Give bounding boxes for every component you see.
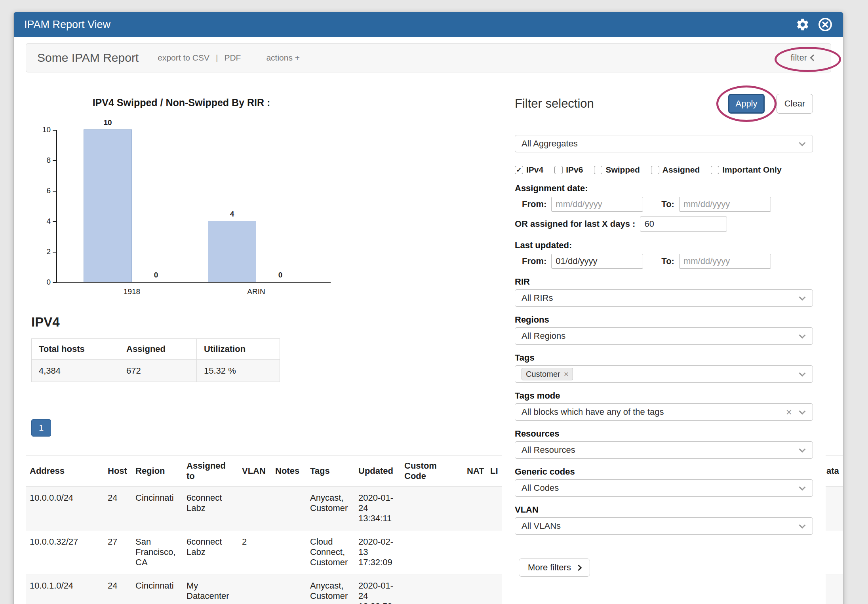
chevron-down-icon — [799, 140, 806, 146]
chevron-down-icon — [799, 484, 806, 491]
table-cell: Cloud Connect, Customer — [306, 530, 354, 574]
x-category-label: ARIN — [247, 287, 265, 296]
toolbar-separator: | — [216, 53, 218, 63]
apply-button[interactable]: Apply — [728, 94, 765, 114]
close-icon[interactable] — [818, 17, 833, 32]
filter-panel: Filter selection Apply Clear All Aggrega… — [502, 72, 826, 604]
summary-header: Total hosts — [32, 339, 119, 360]
table-cell: Anycast, Customer — [306, 574, 354, 604]
table-cell: 24 — [104, 574, 131, 604]
table-cell: 6connect Labz — [183, 486, 238, 530]
column-header: Region — [131, 456, 183, 486]
aggregates-select[interactable]: All Aggregates — [515, 135, 813, 152]
table-cell: 10.0.0.32/27 — [26, 530, 104, 574]
chevron-down-icon — [799, 294, 806, 301]
summary-header: Utilization — [197, 339, 280, 360]
chevron-down-icon — [799, 370, 806, 377]
tags-mode-select[interactable]: All blocks which have any of the tags × — [515, 403, 813, 421]
more-filters-button[interactable]: More filters — [519, 558, 590, 577]
table-cell: Cincinnati — [131, 574, 183, 604]
checkbox-unchecked-icon[interactable] — [651, 166, 659, 174]
checkbox-unchecked-icon[interactable] — [711, 166, 719, 174]
chevron-down-icon — [799, 522, 806, 529]
resources-label: Resources — [515, 429, 813, 439]
report-title: Some IPAM Report — [37, 51, 139, 65]
summary-value: 672 — [119, 360, 197, 382]
table-cell — [271, 574, 306, 604]
chevron-down-icon — [799, 332, 806, 339]
column-header: Notes — [271, 456, 306, 486]
rir-select[interactable]: All RIRs — [515, 289, 813, 307]
generic-codes-select[interactable]: All Codes — [515, 479, 813, 497]
updated-from-input[interactable] — [551, 254, 643, 269]
summary-value: 4,384 — [32, 360, 119, 382]
assignment-to-input[interactable] — [679, 197, 771, 212]
bar-value-label: 0 — [278, 271, 283, 279]
assignment-from-input[interactable] — [551, 197, 643, 212]
ipam-report-window: IPAM Report View Some IPAM Report export… — [13, 12, 843, 604]
rir-select-value: All RIRs — [522, 293, 553, 303]
assignment-date-label: Assignment date: — [515, 183, 813, 194]
checkbox-ipv6[interactable]: IPv6 — [554, 165, 583, 175]
checkbox-assigned[interactable]: Assigned — [651, 165, 700, 175]
bar-swipped-1918 — [84, 129, 132, 282]
clear-button[interactable]: Clear — [777, 94, 813, 114]
y-tick-label: 10 — [32, 125, 51, 134]
checkbox-label: Important Only — [722, 165, 781, 175]
summary-value: 15.32 % — [197, 360, 280, 382]
report-toolbar: Some IPAM Report export to CSV | PDF act… — [26, 43, 831, 72]
tags-mode-select-value: All blocks which have any of the tags — [522, 407, 664, 417]
updated-to-input[interactable] — [679, 254, 771, 269]
last-x-days-input[interactable] — [640, 217, 727, 232]
bar-value-label: 0 — [154, 271, 158, 279]
y-tick-label: 4 — [32, 217, 51, 226]
checkbox-unchecked-icon[interactable] — [594, 166, 602, 174]
updated-to-label: To: — [661, 256, 674, 266]
checkbox-unchecked-icon[interactable] — [554, 166, 563, 174]
checkbox-label: Swipped — [605, 165, 640, 175]
column-header: Assigned to — [183, 456, 238, 486]
resources-select[interactable]: All Resources — [515, 441, 813, 459]
regions-label: Regions — [515, 315, 813, 325]
clear-selection-icon[interactable]: × — [786, 406, 792, 418]
regions-select[interactable]: All Regions — [515, 327, 813, 345]
actions-menu[interactable]: actions + — [266, 53, 300, 63]
table-cell — [463, 486, 486, 530]
tags-label: Tags — [515, 353, 813, 363]
checkbox-label: IPv6 — [566, 165, 583, 175]
tag-chip-customer: Customer × — [522, 368, 573, 380]
checkbox-swipped[interactable]: Swipped — [594, 165, 640, 175]
rir-label: RIR — [515, 277, 813, 287]
x-category-label: 1918 — [124, 287, 140, 296]
table-cell: 6connect Labz — [183, 530, 238, 574]
export-pdf-link[interactable]: PDF — [224, 53, 241, 63]
assignment-from-label: From: — [522, 199, 546, 209]
generic-codes-label: Generic codes — [515, 467, 813, 477]
ipv4-section-heading: IPV4 — [31, 315, 60, 330]
tags-select[interactable]: Customer × — [515, 365, 813, 383]
chevron-down-icon — [799, 446, 806, 453]
column-header: Tags — [306, 456, 354, 486]
table-cell — [238, 574, 271, 604]
y-tick-label: 0 — [32, 278, 51, 287]
y-tick-mark — [53, 252, 57, 253]
gear-icon[interactable] — [796, 17, 810, 32]
remove-tag-icon[interactable]: × — [564, 369, 569, 379]
pagination-page-1[interactable]: 1 — [31, 419, 51, 437]
y-tick-label: 2 — [32, 247, 51, 256]
filter-toggle[interactable]: filter — [786, 53, 820, 63]
table-cell: 27 — [104, 530, 131, 574]
table-cell — [238, 486, 271, 530]
chevron-down-icon — [799, 408, 806, 415]
checkbox-checked-icon[interactable]: ✓ — [515, 166, 523, 174]
table-cell — [400, 530, 463, 574]
vlan-select[interactable]: All VLANs — [515, 517, 813, 535]
table-cell: 10.0.0.0/24 — [26, 486, 104, 530]
table-cell: 2020-01-24 13:34:11 — [354, 486, 400, 530]
ipv4-summary-table: Total hosts Assigned Utilization 4,384 6… — [31, 338, 280, 382]
export-csv-link[interactable]: export to CSV — [158, 53, 209, 63]
window-title: IPAM Report View — [24, 19, 110, 31]
checkbox-important-only[interactable]: Important Only — [711, 165, 781, 175]
table-cell — [271, 530, 306, 574]
checkbox-ipv4[interactable]: ✓IPv4 — [515, 165, 543, 175]
